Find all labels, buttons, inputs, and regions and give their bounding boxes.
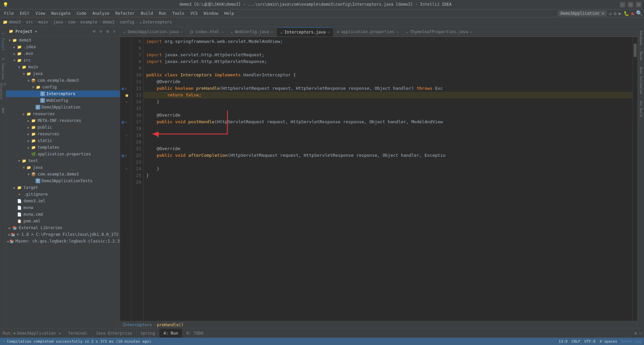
menu-build[interactable]: Build [138, 10, 156, 16]
tab-close-icon[interactable]: ✕ [180, 30, 183, 34]
search-button[interactable]: 🔍 [636, 10, 643, 16]
tab-close-icon[interactable]: ✕ [221, 30, 224, 34]
stop-button[interactable]: ◼ [631, 11, 634, 16]
menu-code[interactable]: Code [74, 10, 89, 16]
menu-analyze[interactable]: Analyze [90, 10, 112, 16]
menu-view[interactable]: View [33, 10, 48, 16]
tree-mvnw[interactable]: 📄 mvnw [6, 204, 120, 211]
tree-app-tests[interactable]: T Demo3ApplicationTests [6, 178, 120, 184]
maximize-button[interactable]: □ [628, 2, 633, 7]
tree-interceptors[interactable]: C Interceptors [6, 90, 120, 97]
menu-help[interactable]: Help [222, 10, 237, 16]
settings-icon[interactable]: ⚙ [614, 11, 616, 16]
tree-logback[interactable]: ▶ 📚 Maven: ch.qos.logback:logback-classi… [6, 238, 120, 245]
run-tab-run[interactable]: 4: Run [159, 329, 182, 338]
tree-root-demo3[interactable]: ▼ 📁 demo3 [6, 37, 120, 44]
tree-public[interactable]: ▶ 📁 public [6, 124, 120, 131]
sidebar-item-database[interactable]: Database [639, 28, 643, 48]
locate-button[interactable]: ⊕ [92, 29, 97, 34]
tree-gitignore[interactable]: 🔸 .gitignore [6, 191, 120, 198]
bc-src[interactable]: src [26, 20, 33, 24]
menu-run[interactable]: Run [156, 10, 169, 16]
tree-resources-main[interactable]: ▶ 📁 resources [6, 111, 120, 117]
code-content[interactable]: import org.springframework.web.servlet.M… [144, 37, 633, 321]
bc-java[interactable]: java [53, 20, 63, 24]
tab-thymeleaf[interactable]: ☕ ThymeleafProperties.java ✕ [402, 27, 476, 37]
close-button[interactable]: ✕ [636, 2, 641, 7]
tree-ext-libs[interactable]: ▶ 📚 External Libraries [6, 224, 120, 231]
run-settings-icon[interactable]: ⚙ [635, 331, 637, 336]
close-panel-button[interactable]: ✕ [112, 29, 117, 34]
run-tab-terminal[interactable]: Terminal [64, 329, 92, 338]
tree-static[interactable]: ▶ 📁 static [6, 137, 120, 144]
bc-interceptors[interactable]: ☕ Interceptors [139, 20, 172, 24]
sidebar-item-bean-validation[interactable]: Bean Validation [639, 64, 643, 97]
refresh-button[interactable]: ↺ [609, 11, 611, 16]
menu-window[interactable]: Window [201, 10, 221, 16]
tree-config[interactable]: ▼ 📁 config [6, 84, 120, 90]
sidebar-item-web[interactable]: Web [0, 104, 6, 117]
close-run-button[interactable]: ✕ [59, 331, 61, 336]
tree-src[interactable]: ▼ 📁 src [6, 57, 120, 64]
bc-main[interactable]: main [38, 20, 48, 24]
bc-example[interactable]: example [80, 20, 97, 24]
run-minimize-icon[interactable]: — [639, 331, 641, 336]
tree-jdk[interactable]: ▶ 📚 < 1.8 > C:\Program Files\Java\jdk1.8… [6, 231, 120, 238]
run-tab-java-enterprise[interactable]: Java Enterprise [92, 329, 137, 338]
tree-iml[interactable]: 📄 demo3.iml [6, 198, 120, 204]
tree-pom[interactable]: 📋 pom.xml [6, 218, 120, 224]
tab-application-properties[interactable]: ⚙ application.properties ✕ [333, 27, 402, 37]
menu-edit[interactable]: Edit [17, 10, 32, 16]
tree-java[interactable]: ▼ 📁 java [6, 70, 120, 77]
bc-config[interactable]: config [120, 20, 134, 24]
tree-metainf[interactable]: ▶ 📁 META-INF.resources [6, 117, 120, 124]
menu-refactor[interactable]: Refactor [113, 10, 138, 16]
menu-file[interactable]: File [1, 10, 16, 16]
menu-tools[interactable]: Tools [170, 10, 187, 16]
tab-demo3application[interactable]: ☕ Demo3Application.java ✕ [120, 27, 186, 37]
tree-app-properties[interactable]: 🌿 application.properties [6, 151, 120, 157]
tree-test-java[interactable]: ▼ 📁 java [6, 164, 120, 171]
tab-close-icon[interactable]: ✕ [396, 30, 399, 34]
tab-close-icon[interactable]: ✕ [271, 30, 273, 34]
tree-templates[interactable]: ▶ 📁 templates [6, 144, 120, 151]
menu-vcs[interactable]: VCS [188, 10, 201, 16]
run-tab-todo[interactable]: 6: TODO [182, 329, 208, 338]
tree-target[interactable]: ▶ 📁 target [6, 184, 120, 191]
tab-interceptors[interactable]: ☕ Interceptors.java ✕ [277, 27, 333, 37]
tree-demo3app[interactable]: C Demo3Application [6, 104, 120, 111]
tab-close-icon[interactable]: ✕ [328, 30, 330, 34]
tree-mvnw-cmd[interactable]: 📄 mvnw.cmd [6, 211, 120, 218]
menu-navigate[interactable]: Navigate [49, 10, 73, 16]
tree-idea[interactable]: ▶ 📁 .idea [6, 44, 120, 50]
breadcrumb-interceptors[interactable]: Interceptors [123, 323, 152, 327]
tree-package[interactable]: ▼ 📦 com.example.demo3 [6, 77, 120, 84]
debug-button[interactable]: 🐛 [624, 11, 629, 16]
breadcrumb-prehandle[interactable]: preHandle() [157, 323, 183, 327]
run-config-dropdown[interactable]: Demo3Application ▾ [558, 10, 607, 16]
run-tab-spring[interactable]: Spring [137, 329, 159, 338]
tree-main[interactable]: ▼ 📁 main [6, 64, 120, 70]
event-log[interactable]: Event Log [621, 339, 641, 344]
indent-info[interactable]: 4 spaces [599, 339, 617, 344]
sidebar-item-ant-build[interactable]: Ant Build [639, 98, 643, 120]
tab-index[interactable]: ⬡ index.html ✕ [186, 27, 227, 37]
scroll-thumb[interactable] [634, 44, 637, 57]
tab-webconfig[interactable]: ☕ WebConfig.java ✕ [227, 27, 277, 37]
tree-webconfig[interactable]: C WebConfig [6, 97, 120, 104]
tree-test-package[interactable]: ▼ 📦 com.example.demo3 [6, 171, 120, 178]
bc-com[interactable]: com [68, 20, 75, 24]
bc-demo3-pkg[interactable]: demo3 [102, 20, 114, 24]
minimize-button[interactable]: — [620, 2, 625, 7]
tree-test[interactable]: ▼ 📁 test [6, 157, 120, 164]
tree-resources-sub[interactable]: ▶ 📁 resources [6, 131, 120, 137]
run-button[interactable]: ▶ [619, 11, 621, 16]
tab-close-icon[interactable]: ✕ [470, 30, 473, 34]
file-encoding[interactable]: UTF-8 [584, 339, 595, 344]
settings-panel-button[interactable]: ⚙ [105, 29, 110, 34]
line-ending[interactable]: CRLF [572, 339, 581, 344]
sidebar-item-favorites[interactable]: 2: Favorites [0, 56, 6, 82]
cursor-position[interactable]: 13:9 [558, 339, 568, 344]
tree-mvn[interactable]: ▶ 📁 .mvn [6, 50, 120, 57]
bc-demo3[interactable]: 📁 demo3 [3, 20, 21, 24]
